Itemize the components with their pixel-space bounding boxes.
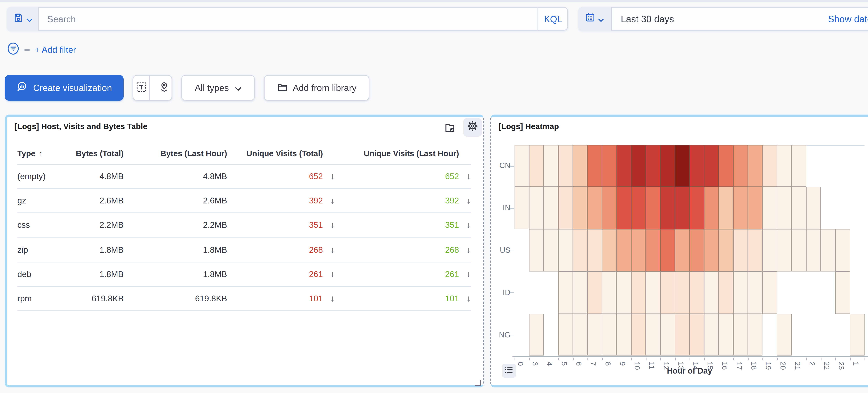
heatmap-cell[interactable] [718, 229, 733, 271]
heatmap-cell[interactable] [646, 229, 660, 271]
heatmap-cell[interactable] [747, 187, 762, 229]
heatmap-cell[interactable] [733, 145, 747, 187]
panel-settings-button[interactable] [463, 118, 482, 137]
heatmap-cell[interactable] [529, 314, 544, 356]
heatmap-cell[interactable] [660, 314, 675, 356]
heatmap-cell[interactable] [675, 271, 689, 314]
heatmap-cell[interactable] [718, 271, 733, 314]
heatmap-cell[interactable] [777, 314, 791, 356]
saved-query-menu-button[interactable] [7, 7, 39, 31]
heatmap-cell[interactable] [718, 314, 733, 356]
heatmap-cell[interactable] [646, 187, 660, 229]
heatmap-cell[interactable] [558, 314, 572, 356]
heatmap-cell[interactable] [718, 145, 733, 187]
time-range-value[interactable]: Last 30 days [612, 7, 828, 31]
date-quick-menu-button[interactable] [579, 7, 612, 31]
heatmap-cell[interactable] [689, 314, 704, 356]
heatmap-cell[interactable] [631, 314, 646, 356]
show-dates-button[interactable]: Show dates [828, 7, 868, 31]
heatmap-cell[interactable] [660, 187, 675, 229]
heatmap-cell[interactable] [791, 187, 806, 229]
heatmap-cell[interactable] [689, 229, 704, 271]
add-filter-button[interactable]: + Add filter [35, 45, 76, 55]
heatmap-cell[interactable] [747, 314, 762, 356]
heatmap-cell[interactable] [806, 187, 820, 229]
heatmap-cell[interactable] [529, 229, 544, 271]
heatmap-cell[interactable] [631, 145, 646, 187]
heatmap-cell[interactable] [660, 229, 675, 271]
heatmap-cell[interactable] [777, 145, 791, 187]
heatmap-cell[interactable] [631, 271, 646, 314]
heatmap-cell[interactable] [572, 229, 587, 271]
add-text-button[interactable] [133, 75, 150, 101]
column-header-unique-visits-total[interactable]: Unique Visits (Total) [227, 149, 335, 158]
heatmap-cell[interactable] [544, 187, 558, 229]
heatmap-cell[interactable] [544, 145, 558, 187]
heatmap-cell[interactable] [820, 229, 835, 271]
heatmap-cell[interactable] [602, 145, 616, 187]
heatmap-cell[interactable] [704, 229, 718, 271]
heatmap-cell[interactable] [660, 145, 675, 187]
all-types-dropdown[interactable]: All types [181, 75, 255, 101]
heatmap-cell[interactable] [660, 271, 675, 314]
heatmap-cell[interactable] [733, 229, 747, 271]
heatmap-cell[interactable] [572, 145, 587, 187]
heatmap-cell[interactable] [646, 314, 660, 356]
heatmap-cell[interactable] [646, 271, 660, 314]
heatmap-cell[interactable] [704, 271, 718, 314]
heatmap-cell[interactable] [704, 187, 718, 229]
heatmap-cell[interactable] [777, 187, 791, 229]
heatmap-cell[interactable] [791, 229, 806, 271]
heatmap-cell[interactable] [587, 314, 602, 356]
heatmap-cell[interactable] [849, 314, 864, 356]
heatmap-cell[interactable] [733, 271, 747, 314]
heatmap-cell[interactable] [616, 314, 631, 356]
heatmap-cell[interactable] [675, 229, 689, 271]
heatmap-cell[interactable] [631, 187, 646, 229]
heatmap-cell[interactable] [675, 145, 689, 187]
heatmap-cell[interactable] [602, 314, 616, 356]
column-header-bytes-total[interactable]: Bytes (Total) [66, 149, 124, 158]
heatmap-cell[interactable] [762, 229, 777, 271]
heatmap-cell[interactable] [514, 145, 529, 187]
heatmap-cell[interactable] [675, 187, 689, 229]
heatmap-cell[interactable] [704, 314, 718, 356]
heatmap-cell[interactable] [616, 271, 631, 314]
heatmap-cell[interactable] [718, 187, 733, 229]
heatmap-cell[interactable] [762, 145, 777, 187]
heatmap-cell[interactable] [558, 187, 572, 229]
heatmap-cell[interactable] [587, 229, 602, 271]
create-visualization-button[interactable]: Create visualization [5, 75, 124, 101]
heatmap-cell[interactable] [587, 271, 602, 314]
heatmap-cell[interactable] [689, 271, 704, 314]
heatmap-cell[interactable] [558, 145, 572, 187]
column-header-unique-visits-last-hour[interactable]: Unique Visits (Last Hour) [335, 149, 471, 158]
heatmap-cell[interactable] [558, 229, 572, 271]
heatmap-cell[interactable] [762, 187, 777, 229]
heatmap-cell[interactable] [777, 229, 791, 271]
heatmap-cell[interactable] [747, 271, 762, 314]
heatmap-cell[interactable] [587, 187, 602, 229]
heatmap-cell[interactable] [616, 229, 631, 271]
heatmap-cell[interactable] [747, 229, 762, 271]
heatmap-cell[interactable] [602, 271, 616, 314]
heatmap-cell[interactable] [529, 145, 544, 187]
heatmap-cell[interactable] [587, 145, 602, 187]
heatmap-cell[interactable] [835, 271, 849, 314]
heatmap-cell[interactable] [733, 187, 747, 229]
heatmap-cell[interactable] [602, 187, 616, 229]
heatmap-cell[interactable] [704, 145, 718, 187]
heatmap-cell[interactable] [558, 271, 572, 314]
panel-resize-handle[interactable] [474, 376, 481, 383]
heatmap-cell[interactable] [572, 271, 587, 314]
add-from-library-button[interactable]: Add from library [264, 75, 369, 101]
heatmap-cell[interactable] [747, 145, 762, 187]
heatmap-cell[interactable] [631, 229, 646, 271]
heatmap-cell[interactable] [835, 229, 849, 271]
heatmap-cell[interactable] [675, 314, 689, 356]
heatmap-cell[interactable] [646, 145, 660, 187]
saved-to-library-button[interactable] [442, 119, 458, 136]
legend-toggle-button[interactable] [502, 363, 516, 377]
heatmap-cell[interactable] [689, 145, 704, 187]
heatmap-cell[interactable] [602, 229, 616, 271]
